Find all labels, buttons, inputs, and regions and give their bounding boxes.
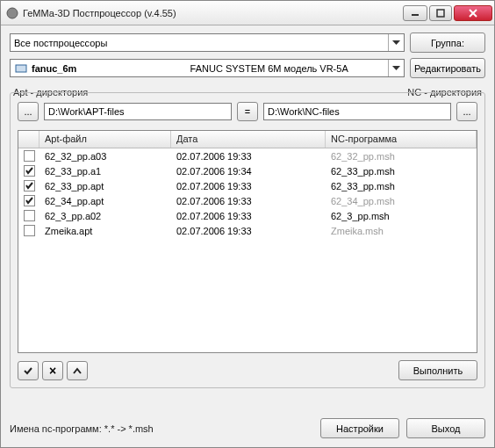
equal-button[interactable]: = (237, 102, 258, 121)
cell-date: 02.07.2006 19:33 (171, 151, 326, 162)
uncheck-all-button[interactable]: × (42, 361, 63, 380)
run-button[interactable]: Выполнить (398, 360, 477, 380)
table-row[interactable]: 62_32_pp.a0302.07.2006 19:3362_32_pp.msh (18, 148, 477, 163)
exit-button-label: Выход (432, 423, 461, 434)
row-checkbox[interactable] (24, 150, 35, 162)
cell-apt: Zmeika.apt (39, 226, 171, 236)
cell-apt: 62_33_pp.a1 (39, 166, 171, 177)
row-checkbox[interactable] (24, 210, 35, 221)
header-apt[interactable]: Apt-файл (39, 131, 171, 148)
row-checkbox[interactable] (24, 165, 35, 177)
nc-browse-button[interactable]: ... (456, 102, 477, 121)
app-window: ГеММа-3D Постпроцессор (v.4.55) Все пост… (0, 0, 495, 448)
svg-point-0 (7, 8, 18, 18)
table-row[interactable]: Zmeika.apt02.07.2006 19:33Zmeika.msh (18, 223, 477, 238)
svg-marker-7 (392, 66, 400, 70)
edit-button-label: Редактировать (414, 63, 481, 74)
group-button[interactable]: Группа: (410, 33, 485, 53)
cell-nc: 62_32_pp.msh (326, 151, 477, 162)
settings-button[interactable]: Настройки (320, 418, 399, 438)
header-date[interactable]: Дата (171, 131, 326, 148)
chevron-down-icon (388, 34, 403, 51)
filter-combo[interactable]: Все постпроцессоры (10, 33, 405, 52)
postprocessor-desc: FANUC SYSTEM 6M модель VR-5A (150, 63, 388, 74)
apt-path-field[interactable]: D:\Work\APT-files (44, 103, 232, 120)
window-title: ГеММа-3D Постпроцессор (v.4.55) (23, 8, 403, 18)
settings-button-label: Настройки (336, 423, 384, 434)
cell-nc: 62_3_pp.msh (326, 211, 477, 221)
nc-names-label: Имена nc-программ: *.* -> *.msh (10, 423, 154, 434)
group-button-label: Группа: (431, 38, 464, 48)
row-checkbox[interactable] (24, 195, 35, 206)
table-row[interactable]: 62_33_pp.apt02.07.2006 19:3362_33_pp.msh (18, 178, 477, 193)
row-checkbox[interactable] (24, 225, 35, 236)
postprocessor-name: fanuc_6m (32, 63, 150, 74)
postprocessor-icon (14, 61, 28, 76)
svg-rect-2 (437, 10, 444, 17)
cell-nc: 62_33_pp.msh (326, 181, 477, 191)
cell-nc: 62_33_pp.msh (326, 166, 477, 177)
file-list: Apt-файл Дата NC-программа 62_32_pp.a030… (18, 130, 477, 353)
postprocessor-combo[interactable]: fanuc_6m FANUC SYSTEM 6M модель VR-5A (10, 59, 405, 77)
up-button[interactable] (67, 361, 88, 380)
close-button[interactable] (454, 5, 492, 21)
row-checkbox[interactable] (24, 180, 35, 191)
cell-apt: 62_32_pp.a03 (39, 151, 171, 162)
file-list-header: Apt-файл Дата NC-программа (18, 131, 477, 148)
file-list-body: 62_32_pp.a0302.07.2006 19:3362_32_pp.msh… (18, 148, 477, 352)
svg-marker-5 (392, 40, 400, 45)
client-area: Все постпроцессоры Группа: fanuc_6m FANU… (1, 25, 494, 447)
nc-path-field[interactable]: D:\Work\NC-files (263, 103, 451, 120)
maximize-button[interactable] (429, 5, 452, 21)
cell-apt: 62_3_pp.a02 (39, 211, 171, 221)
cell-date: 02.07.2006 19:33 (171, 211, 326, 221)
window-buttons (403, 5, 492, 21)
app-icon (6, 7, 18, 19)
exit-button[interactable]: Выход (406, 418, 485, 438)
titlebar: ГеММа-3D Постпроцессор (v.4.55) (1, 1, 494, 25)
run-button-label: Выполнить (413, 365, 463, 376)
directories-group: ... D:\Work\APT-files = D:\Work\NC-files… (10, 92, 485, 388)
cell-nc: 62_34_pp.msh (326, 196, 477, 206)
table-row[interactable]: 62_3_pp.a0202.07.2006 19:3362_3_pp.msh (18, 208, 477, 223)
chevron-down-icon (388, 60, 403, 76)
cell-date: 02.07.2006 19:33 (171, 181, 326, 191)
svg-rect-6 (16, 65, 26, 72)
cell-date: 02.07.2006 19:33 (171, 196, 326, 206)
cell-apt: 62_34_pp.apt (39, 196, 171, 206)
edit-button[interactable]: Редактировать (410, 58, 485, 78)
table-row[interactable]: 62_33_pp.a102.07.2006 19:3462_33_pp.msh (18, 163, 477, 178)
minimize-button[interactable] (403, 5, 427, 21)
check-all-button[interactable] (18, 361, 39, 380)
filter-combo-text: Все постпроцессоры (14, 38, 388, 48)
header-nc[interactable]: NC-программа (326, 131, 477, 148)
cell-date: 02.07.2006 19:34 (171, 166, 326, 177)
apt-browse-button[interactable]: ... (18, 102, 39, 121)
cell-nc: Zmeika.msh (326, 226, 477, 236)
table-row[interactable]: 62_34_pp.apt02.07.2006 19:3362_34_pp.msh (18, 193, 477, 208)
cell-apt: 62_33_pp.apt (39, 181, 171, 191)
cell-date: 02.07.2006 19:33 (171, 226, 326, 236)
